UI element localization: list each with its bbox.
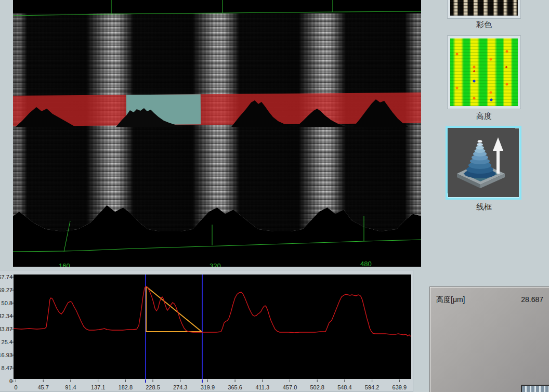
x-tick-label: 594.2 <box>365 384 380 390</box>
x-tick-label: 411.3 <box>255 384 269 390</box>
wireframe-icon <box>448 128 515 193</box>
height-map-preview-image <box>450 38 518 106</box>
x-tick-label: 457.0 <box>283 384 297 390</box>
x-tick-label: 639.9 <box>393 384 407 390</box>
corner-widget-button[interactable] <box>521 385 549 392</box>
x-tick-label: 0 <box>14 384 17 390</box>
axis-label-320: 320 <box>210 262 221 267</box>
view-mode-wireframe-label: 线框 <box>447 202 521 212</box>
view-mode-height-label: 高度 <box>447 111 521 121</box>
y-tick-label: 8.47 <box>2 365 12 371</box>
surface-3d-view[interactable]: 160 320 480 <box>13 0 421 267</box>
peak-silhouette <box>354 99 408 127</box>
plot-area[interactable] <box>14 275 411 379</box>
x-tick-label: 137.1 <box>91 384 106 390</box>
x-tick-label: 274.3 <box>173 384 188 390</box>
x-tick-label: 228.5 <box>146 384 160 390</box>
y-tick-label: 0 <box>9 378 12 384</box>
y-tick-label: 50.8 <box>2 300 12 306</box>
wireframe-overlay: 160 320 480 <box>13 0 421 267</box>
y-tick-label: 59.27 <box>0 287 12 293</box>
y-tick-label: 42.34 <box>0 313 12 319</box>
x-tick-label: 365.6 <box>228 384 242 390</box>
view-mode-wireframe-thumbnail[interactable] <box>446 126 521 200</box>
application-window: 160 320 480 67.74 <box>0 0 549 392</box>
height-measure-label: 高度[μm] <box>436 295 465 304</box>
y-tick-label: 25.4 <box>2 339 12 345</box>
y-tick-label: 33.87 <box>0 326 12 332</box>
color-preview-image <box>450 0 518 16</box>
peak-silhouette <box>116 108 185 127</box>
wireframe-top-edge <box>13 11 421 16</box>
height-measure-value: 28.687 <box>521 295 543 304</box>
x-tick-label: 502.8 <box>310 384 324 390</box>
axis-label-480: 480 <box>360 260 372 267</box>
peak-silhouette <box>16 107 75 127</box>
peak-silhouette <box>231 100 294 127</box>
profile-chart[interactable]: 67.74 59.27 50.8 42.34 33.87 25.4 16.93 … <box>0 270 414 392</box>
x-tick-label: 319.9 <box>201 384 215 390</box>
view-mode-color-thumbnail[interactable] <box>447 0 521 19</box>
wireframe-bottom-edge <box>13 240 421 252</box>
x-tick-label: 182.8 <box>119 384 133 390</box>
x-tick-label: 45.7 <box>37 384 48 390</box>
x-tick-label: 548.4 <box>337 384 352 390</box>
peak-silhouette <box>296 109 346 127</box>
axis-label-160: 160 <box>59 262 70 267</box>
profile-chart-panel: 67.74 59.27 50.8 42.34 33.87 25.4 16.93 … <box>0 270 413 392</box>
y-tick-label: 67.74 <box>0 274 12 280</box>
measurement-result-panel: 高度[μm] 28.687 <box>429 286 549 392</box>
x-tick-label: 91.4 <box>65 384 76 390</box>
wireframe-tick <box>64 221 70 252</box>
view-mode-height-thumbnail[interactable] <box>447 35 521 109</box>
view-mode-color-label: 彩色 <box>447 20 521 30</box>
y-tick-label: 16.93 <box>0 352 12 358</box>
